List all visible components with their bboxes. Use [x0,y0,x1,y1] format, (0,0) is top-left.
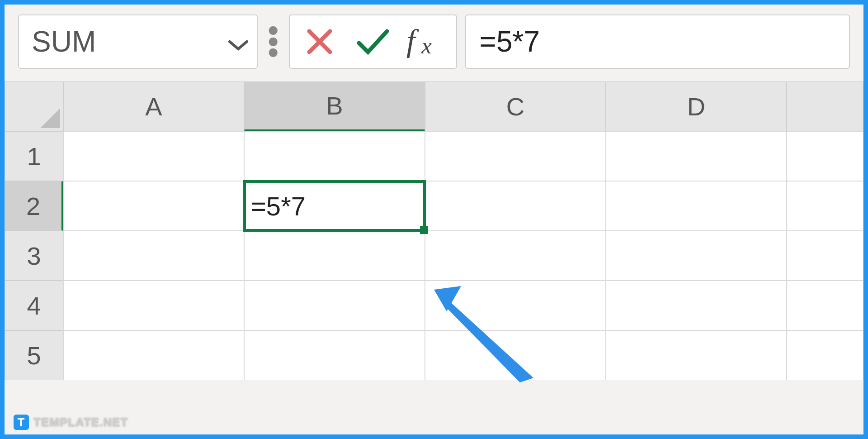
cell-B2[interactable]: =5*7 [244,181,425,231]
cell-C3[interactable] [425,231,606,281]
col-header-E[interactable] [787,81,863,131]
cell-C4[interactable] [425,281,606,330]
col-header-D[interactable]: D [606,81,787,131]
cell-E3[interactable] [787,231,863,281]
formula-bar: SUM ••• f x =5*7 [5,5,863,74]
select-all-corner[interactable] [5,81,63,131]
confirm-icon[interactable] [353,22,393,62]
cell-A2[interactable] [63,181,244,231]
cell-A1[interactable] [63,131,244,181]
svg-text:f: f [406,25,419,58]
col-header-B[interactable]: B [244,81,425,131]
fx-icon[interactable]: f x [406,22,446,62]
col-header-C[interactable]: C [425,81,606,131]
app-frame: SUM ••• f x =5*7 [0,0,868,439]
cell-C1[interactable] [425,131,606,181]
cell-C5[interactable] [425,330,606,380]
svg-text:x: x [421,33,432,58]
cell-A3[interactable] [63,231,244,281]
watermark-badge: T [14,415,29,430]
row-header-5[interactable]: 5 [5,330,63,380]
chevron-down-icon[interactable] [228,25,249,58]
cell-E4[interactable] [787,281,863,330]
cell-E1[interactable] [787,131,863,181]
formula-input[interactable]: =5*7 [465,14,850,69]
watermark-text: TEMPLATE.NET [33,415,128,429]
cell-A5[interactable] [63,330,244,380]
col-header-A[interactable]: A [63,81,244,131]
cell-D5[interactable] [606,330,787,380]
cell-A4[interactable] [63,281,244,330]
formula-actions: f x [289,14,457,69]
cell-B4[interactable] [244,281,425,330]
vertical-dots-icon[interactable]: ••• [266,25,281,58]
cell-C2[interactable] [425,181,606,231]
row-header-2[interactable]: 2 [5,181,63,231]
name-box[interactable]: SUM [18,14,258,69]
cell-D3[interactable] [606,231,787,281]
row-header-3[interactable]: 3 [5,231,63,281]
fill-handle[interactable] [420,226,428,234]
cell-E5[interactable] [787,330,863,380]
row-header-4[interactable]: 4 [5,281,63,330]
cell-value: =5*7 [251,191,306,221]
formula-text: =5*7 [480,25,540,58]
grid: A B C D 1 2 =5*7 3 [5,81,863,380]
cell-B5[interactable] [244,330,425,380]
cancel-icon[interactable] [300,22,340,62]
cell-B1[interactable] [244,131,425,181]
cell-B3[interactable] [244,231,425,281]
watermark: T TEMPLATE.NET [14,415,128,430]
cell-D2[interactable] [606,181,787,231]
name-box-value: SUM [32,25,96,58]
worksheet: A B C D 1 2 =5*7 3 [5,81,863,380]
cell-E2[interactable] [787,181,863,231]
row-header-1[interactable]: 1 [5,131,63,181]
cell-D1[interactable] [606,131,787,181]
cell-D4[interactable] [606,281,787,330]
